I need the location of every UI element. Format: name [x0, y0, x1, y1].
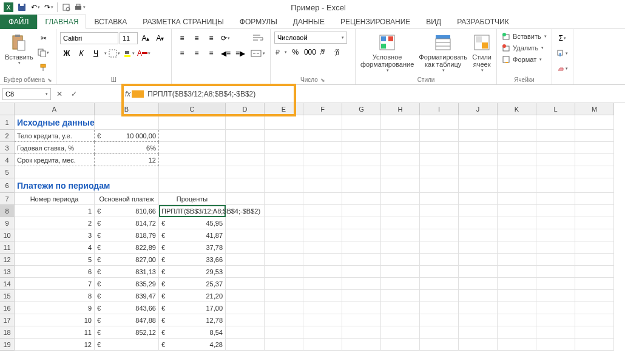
col-header[interactable]: F [303, 103, 342, 115]
row-header[interactable]: 10 [0, 229, 15, 241]
cell[interactable] [498, 130, 536, 142]
cell[interactable] [381, 154, 420, 166]
cell[interactable] [575, 241, 614, 254]
cell[interactable] [303, 241, 342, 254]
cell[interactable] [303, 115, 342, 130]
cell[interactable] [381, 314, 420, 326]
cell[interactable] [459, 254, 498, 266]
cell[interactable] [459, 314, 498, 326]
cell[interactable] [95, 166, 159, 178]
enter-icon[interactable]: ✓ [68, 88, 80, 100]
cell[interactable] [342, 302, 381, 314]
row-header[interactable]: 7 [0, 193, 15, 205]
cell[interactable] [420, 166, 459, 178]
cell[interactable]: Основной платеж [95, 193, 159, 205]
cell[interactable] [265, 217, 303, 229]
cell[interactable] [536, 142, 575, 154]
cell[interactable] [265, 178, 303, 193]
cell[interactable] [342, 154, 381, 166]
cell[interactable] [459, 178, 498, 193]
cell[interactable]: 9 [15, 302, 95, 314]
cell[interactable] [303, 166, 342, 178]
tab-insert[interactable]: ВСТАВКА [86, 15, 135, 29]
cell[interactable] [575, 302, 614, 314]
cell[interactable] [226, 241, 265, 254]
cell[interactable] [536, 241, 575, 254]
cell[interactable] [420, 193, 459, 205]
redo-icon[interactable]: ↷▾ [42, 1, 55, 13]
cell[interactable]: 6% [95, 142, 159, 154]
row-header[interactable]: 14 [0, 278, 15, 290]
cell[interactable]: € [95, 339, 159, 351]
tab-view[interactable]: ВИД [418, 15, 449, 29]
cell[interactable] [303, 142, 342, 154]
cell[interactable] [226, 302, 265, 314]
cell[interactable] [420, 229, 459, 241]
font-color-icon[interactable]: A▾ [137, 47, 150, 60]
cell[interactable] [536, 266, 575, 278]
cell[interactable] [342, 115, 381, 130]
cell[interactable] [420, 205, 459, 217]
cell[interactable] [381, 229, 420, 241]
cell[interactable] [420, 217, 459, 229]
cell[interactable] [381, 241, 420, 254]
cell[interactable] [226, 229, 265, 241]
row-header[interactable]: 2 [0, 130, 15, 142]
cell[interactable] [575, 266, 614, 278]
cell[interactable] [420, 290, 459, 302]
cell[interactable] [536, 217, 575, 229]
cell[interactable] [381, 142, 420, 154]
cell[interactable] [342, 314, 381, 326]
cell[interactable]: 7 [15, 278, 95, 290]
cell[interactable]: €8,54 [159, 326, 226, 339]
cell[interactable] [498, 339, 536, 351]
cell[interactable] [342, 278, 381, 290]
cell[interactable] [342, 326, 381, 339]
cell[interactable]: €21,20 [159, 290, 226, 302]
cell[interactable] [226, 142, 265, 154]
cell[interactable] [381, 130, 420, 142]
fill-icon[interactable]: ▾ [556, 47, 569, 60]
cell[interactable] [381, 178, 420, 193]
align-bottom-icon[interactable]: ≡ [204, 32, 218, 45]
cell[interactable] [420, 241, 459, 254]
cell[interactable] [498, 205, 536, 217]
cell[interactable] [498, 254, 536, 266]
row-header[interactable]: 4 [0, 154, 15, 166]
cell[interactable] [420, 314, 459, 326]
cell[interactable]: €843,66 [95, 302, 159, 314]
undo-icon[interactable]: ↶▾ [29, 1, 41, 13]
align-middle-icon[interactable]: ≡ [190, 32, 203, 45]
cell[interactable]: ПРПЛТ($B$3/12;A8;$B$4;-$B$2) [159, 205, 226, 217]
cell[interactable] [536, 339, 575, 351]
tab-data[interactable]: ДАННЫЕ [285, 15, 333, 29]
accounting-format-icon[interactable]: ₽▾ [274, 46, 288, 59]
cell[interactable] [459, 115, 498, 130]
cell[interactable] [159, 142, 226, 154]
tab-layout[interactable]: РАЗМЕТКА СТРАНИЦЫ [135, 15, 232, 29]
cell[interactable] [536, 205, 575, 217]
cell[interactable]: €33,66 [159, 254, 226, 266]
cell[interactable] [265, 205, 303, 217]
cell[interactable] [536, 302, 575, 314]
cell[interactable] [342, 205, 381, 217]
cell[interactable]: €831,13 [95, 266, 159, 278]
cell[interactable] [459, 302, 498, 314]
save-icon[interactable] [16, 1, 28, 13]
align-right-icon[interactable]: ≡ [204, 47, 218, 60]
col-header[interactable]: H [381, 103, 420, 115]
cell[interactable] [159, 178, 226, 193]
cell[interactable] [420, 254, 459, 266]
row-header[interactable]: 13 [0, 266, 15, 278]
cell[interactable] [159, 130, 226, 142]
cell[interactable] [265, 326, 303, 339]
cell[interactable]: €847,88 [95, 314, 159, 326]
cell[interactable]: €45,95 [159, 217, 226, 229]
cell[interactable] [498, 178, 536, 193]
cell[interactable] [575, 193, 614, 205]
cell[interactable]: 1 [15, 205, 95, 217]
row-header[interactable]: 1 [0, 115, 15, 130]
increase-indent-icon[interactable]: ≡▶ [234, 47, 247, 60]
cell[interactable] [381, 290, 420, 302]
cell[interactable] [420, 178, 459, 193]
